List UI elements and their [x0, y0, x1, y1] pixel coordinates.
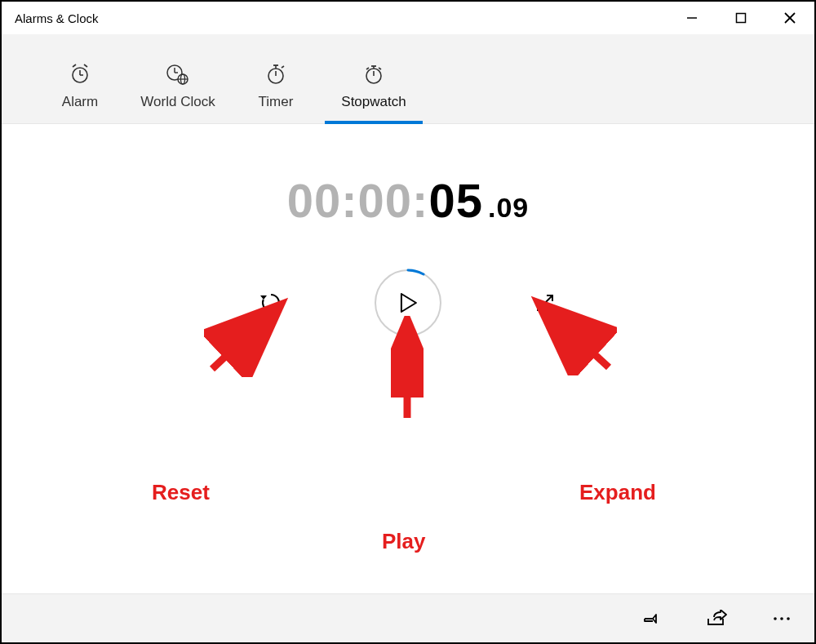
tab-world-clock-label: World Clock	[140, 94, 215, 110]
tab-alarm-label: Alarm	[62, 94, 98, 110]
pin-icon	[641, 610, 661, 628]
alarm-icon	[69, 61, 91, 87]
title-bar: Alarms & Clock	[2, 2, 814, 34]
time-sep-1: :	[341, 174, 357, 227]
tab-bar: Alarm World Clock Timer	[2, 34, 814, 124]
stopwatch-icon	[362, 61, 385, 87]
pin-button[interactable]	[638, 606, 664, 632]
svg-line-8	[84, 64, 87, 67]
svg-line-25	[379, 68, 381, 69]
svg-line-29	[538, 295, 552, 310]
main-content: 00:00:05.09	[2, 124, 814, 593]
time-sep-2: :	[412, 174, 428, 227]
stopwatch-time: 00:00:05.09	[2, 173, 814, 228]
svg-marker-26	[260, 295, 267, 300]
svg-line-24	[366, 68, 369, 69]
bottom-bar	[2, 593, 814, 642]
minimize-button[interactable]	[667, 2, 716, 34]
tab-timer-label: Timer	[259, 94, 294, 110]
maximize-icon	[735, 12, 747, 24]
tab-stopwatch[interactable]: Stopwatch	[325, 61, 423, 123]
svg-point-37	[780, 617, 783, 620]
svg-point-36	[774, 617, 777, 620]
time-fraction: .09	[488, 192, 529, 223]
share-button[interactable]	[703, 606, 730, 632]
tab-alarm[interactable]: Alarm	[31, 61, 129, 123]
svg-rect-1	[737, 14, 746, 23]
play-icon	[400, 292, 418, 313]
timer-icon	[264, 61, 287, 87]
close-button[interactable]	[765, 2, 814, 34]
tab-world-clock[interactable]: World Clock	[129, 61, 227, 123]
stopwatch-controls	[2, 267, 814, 339]
maximize-button[interactable]	[716, 2, 765, 34]
tab-stopwatch-label: Stopwatch	[341, 94, 406, 110]
svg-line-7	[73, 64, 76, 67]
expand-icon	[534, 291, 557, 314]
annotation-label-reset: Reset	[152, 480, 210, 505]
more-icon	[772, 615, 792, 622]
tab-timer[interactable]: Timer	[227, 61, 325, 123]
time-hours: 00	[287, 174, 342, 227]
expand-button[interactable]	[526, 283, 565, 322]
close-icon	[783, 11, 796, 24]
window-title: Alarms & Clock	[15, 11, 99, 25]
play-button[interactable]	[372, 267, 444, 339]
reset-icon	[259, 291, 283, 315]
annotation-label-expand: Expand	[579, 480, 656, 505]
reset-button[interactable]	[251, 283, 290, 322]
minimize-icon	[685, 11, 698, 24]
share-icon	[706, 610, 727, 628]
time-seconds: 05	[428, 174, 483, 227]
annotation-label-play: Play	[382, 529, 426, 554]
svg-point-38	[787, 617, 790, 620]
more-button[interactable]	[769, 606, 795, 632]
world-clock-icon	[166, 61, 190, 87]
window-controls	[667, 2, 814, 34]
time-minutes: 00	[358, 174, 413, 227]
svg-line-19	[282, 66, 284, 68]
svg-marker-28	[401, 294, 416, 312]
